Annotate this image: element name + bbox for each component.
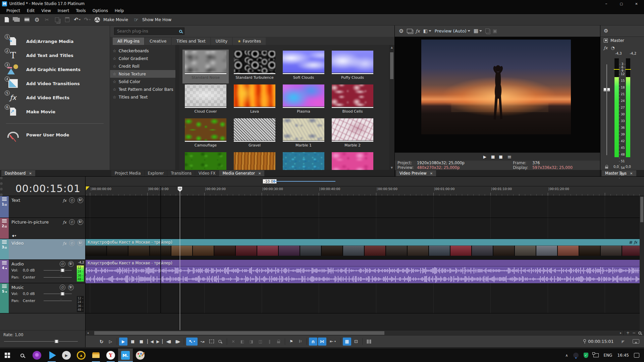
- delete-button[interactable]: [229, 338, 237, 346]
- volume-slider[interactable]: [44, 270, 72, 270]
- menu-item[interactable]: Help: [112, 8, 127, 14]
- show-me-how-button[interactable]: Show Me How: [142, 17, 171, 22]
- plugin-tab[interactable]: Titles and Text: [172, 38, 210, 45]
- generator-preset[interactable]: Lava: [231, 83, 278, 117]
- scrollbar-thumb[interactable]: [94, 331, 384, 335]
- project-properties-button[interactable]: [32, 15, 42, 24]
- master-settings-icon[interactable]: [604, 28, 608, 34]
- dashboard-item[interactable]: 2 Add Text and Titles: [7, 48, 110, 62]
- stop-button[interactable]: [137, 338, 146, 346]
- record-button[interactable]: [88, 338, 97, 346]
- timeline-vertical-scrollbar[interactable]: [640, 196, 644, 330]
- zoom-tool-icon[interactable]: [638, 331, 641, 335]
- external-monitor-icon[interactable]: [407, 29, 412, 33]
- taskbar-paint[interactable]: [133, 349, 148, 362]
- track-header-music[interactable]: 5 Music Vol:0,0 dB Pan:Center 12243648: [0, 283, 85, 313]
- generator-category[interactable]: Credit Roll: [110, 62, 175, 70]
- save-snapshot-icon[interactable]: [493, 28, 497, 34]
- master-output-icon[interactable]: [604, 39, 608, 43]
- track-mute-button[interactable]: [60, 285, 65, 290]
- preview-settings-icon[interactable]: [399, 28, 404, 34]
- search-icon[interactable]: [179, 30, 182, 33]
- taskbar-search-button[interactable]: [15, 349, 30, 362]
- preview-display[interactable]: [395, 37, 600, 153]
- trim-start-button[interactable]: [238, 338, 247, 346]
- make-movie-button[interactable]: Make Movie: [103, 17, 128, 22]
- separator[interactable]: [362, 338, 363, 345]
- menu-item[interactable]: Edit: [24, 8, 38, 14]
- envelope-edit-tool-button[interactable]: [198, 338, 207, 346]
- track-lane-music[interactable]: [86, 283, 644, 313]
- master-fx-icon[interactable]: [604, 46, 607, 50]
- preview-quality-dropdown[interactable]: Preview (Auto): [435, 28, 470, 34]
- plugin-tab[interactable]: Creative: [145, 38, 171, 45]
- preview-stop-button[interactable]: [499, 155, 502, 159]
- slider-handle[interactable]: [60, 268, 65, 272]
- generator-preset[interactable]: [231, 151, 278, 170]
- track-mute-button[interactable]: [60, 261, 65, 267]
- mixer-button[interactable]: [365, 338, 373, 346]
- dashboard-item[interactable]: 1 Add/Arrange Media: [7, 34, 110, 48]
- close-icon[interactable]: [430, 172, 433, 175]
- network-icon[interactable]: [593, 353, 599, 357]
- dashboard-item[interactable]: 5 Add Video Effects: [7, 90, 110, 105]
- trim-end-button[interactable]: [247, 338, 256, 346]
- timeline-ruler[interactable]: 00:00:00:0000:00:10:0000:00:20:0000:00:3…: [86, 186, 644, 196]
- plugin-search-box[interactable]: [114, 27, 184, 35]
- redo-button[interactable]: [83, 15, 92, 24]
- track-lane-picture-in-picture[interactable]: [86, 218, 644, 239]
- quantize-to-frames-button[interactable]: [343, 338, 351, 346]
- rate-slider[interactable]: [4, 341, 78, 342]
- lock-event-button[interactable]: [274, 338, 283, 346]
- preview-play-button[interactable]: [483, 155, 486, 159]
- pan-handle[interactable]: [59, 299, 63, 303]
- track-mute-button[interactable]: [69, 240, 75, 246]
- open-project-button[interactable]: [12, 15, 21, 24]
- generator-category[interactable]: Color Gradient: [110, 55, 175, 62]
- enable-snapping-button[interactable]: [309, 338, 317, 346]
- taskbar-tor-browser[interactable]: [30, 349, 44, 362]
- rate-slider-handle[interactable]: [54, 340, 59, 343]
- separator[interactable]: [117, 338, 117, 345]
- scrollbar-thumb[interactable]: [640, 197, 643, 222]
- auto-crossfade-button[interactable]: [318, 338, 326, 346]
- plugin-tab[interactable]: Utility: [211, 38, 232, 45]
- track-lane-text[interactable]: [86, 196, 644, 218]
- category-scrollbar[interactable]: [176, 45, 179, 170]
- taskbar-media-player[interactable]: [59, 349, 74, 362]
- track-mute-button[interactable]: [69, 197, 75, 203]
- security-shield-icon[interactable]: [584, 353, 588, 358]
- track-fx-button[interactable]: [63, 198, 66, 203]
- media-panel-tab[interactable]: Media Generator: [219, 170, 264, 176]
- pan-slider[interactable]: [44, 277, 72, 278]
- taskbar-yandex-browser[interactable]: [103, 349, 118, 362]
- track-menu-icon[interactable]: [2, 285, 7, 288]
- tray-app-icon[interactable]: [573, 353, 579, 358]
- copy-button[interactable]: [52, 15, 62, 24]
- media-panel-tab[interactable]: Video FX: [195, 170, 219, 176]
- plugin-tab[interactable]: All Plug-ins: [113, 38, 144, 45]
- dashboard-item[interactable]: 3 Add Graphic Elements: [7, 62, 110, 76]
- dashboard-item[interactable]: 4 Add Video Transitions: [7, 76, 110, 90]
- maximize-button[interactable]: [614, 0, 629, 7]
- track-menu-icon[interactable]: [2, 240, 7, 244]
- taskbar-file-explorer[interactable]: [89, 349, 103, 362]
- search-input[interactable]: [116, 28, 179, 34]
- preset-scrollbar[interactable]: ▲ ▼: [389, 45, 394, 170]
- overlays-grid-icon[interactable]: [474, 28, 482, 34]
- track-lane-audio[interactable]: Клаустрофобы Квест в Москве - трейлер): [86, 260, 644, 283]
- split-trim-button[interactable]: [256, 338, 265, 346]
- slip-trim-button[interactable]: [265, 338, 274, 346]
- preview-menu-button[interactable]: [507, 154, 512, 160]
- menu-item[interactable]: Project: [3, 8, 23, 14]
- media-panel-tab[interactable]: Explorer: [145, 170, 167, 176]
- generator-preset[interactable]: Standard Noise: [182, 50, 229, 83]
- menu-item[interactable]: Tools: [73, 8, 89, 14]
- save-project-button[interactable]: [22, 15, 32, 24]
- tab-dashboard[interactable]: Dashboard: [1, 170, 35, 176]
- track-header-audio[interactable]: 4 Audio Vol:0,0 dB Pan:Center -4,2 12243…: [0, 260, 85, 283]
- generator-category[interactable]: Titles and Text: [110, 93, 175, 101]
- event-fx-icon[interactable]: [634, 240, 637, 244]
- generator-preset[interactable]: Marble 2: [329, 117, 376, 151]
- pause-button[interactable]: [128, 338, 137, 346]
